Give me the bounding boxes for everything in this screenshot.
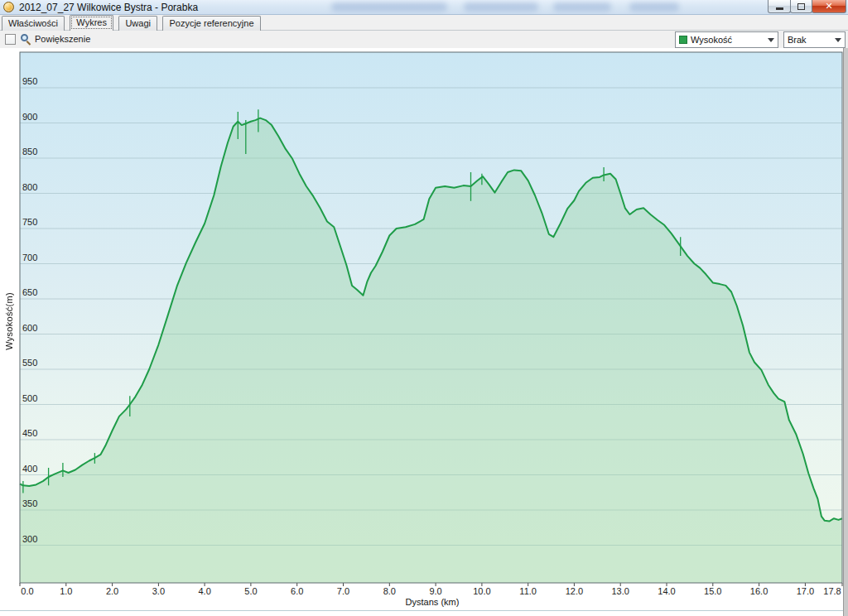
series-swatch — [679, 36, 687, 44]
y-axis-title: Wysokość(m) — [4, 292, 14, 350]
window-titlebar: 2012_07_27 Wilkowice Bystra - Porabka ✕ — [0, 0, 848, 15]
y-tick-label: 300 — [22, 534, 37, 544]
tab-uwagi[interactable]: Uwagi — [118, 16, 157, 31]
y-tick-label: 750 — [22, 217, 37, 227]
window-title: 2012_07_27 Wilkowice Bystra - Porabka — [19, 2, 198, 13]
minimize-button[interactable] — [768, 0, 791, 13]
close-icon: ✕ — [825, 2, 832, 11]
x-tick-label: 11.0 — [514, 586, 542, 596]
restore-button[interactable] — [790, 0, 812, 13]
x-tick-label: 9.0 — [422, 586, 450, 596]
secondary-combobox-value: Brak — [788, 35, 807, 45]
x-axis-title: Dystans (km) — [383, 597, 482, 607]
x-tick-label: 15.0 — [699, 586, 727, 596]
series-combobox[interactable]: Wysokość — [675, 31, 778, 48]
x-tick-label: 16.0 — [745, 586, 773, 596]
x-tick-label: 17.0 — [791, 586, 819, 596]
y-tick-label: 850 — [22, 147, 37, 156]
x-tick-label: 10.0 — [468, 586, 496, 596]
x-tick-label: 1.0 — [52, 586, 80, 596]
y-tick-label: 800 — [22, 182, 37, 192]
series-combobox-value: Wysokość — [691, 35, 732, 45]
restore-icon — [797, 3, 805, 10]
zoom-checkbox[interactable] — [5, 34, 16, 45]
chevron-down-icon — [835, 38, 841, 42]
x-tick-label: 0.0 — [13, 586, 41, 596]
y-tick-label: 350 — [22, 498, 37, 508]
x-tick-label: 4.0 — [190, 586, 219, 596]
y-tick-label: 650 — [22, 287, 37, 297]
tab-wykres[interactable]: Wykres — [70, 15, 113, 31]
x-tick-label: 3.0 — [144, 586, 172, 596]
y-tick-label: 500 — [22, 393, 37, 403]
x-tick-label: 2.0 — [99, 586, 127, 596]
x-tick-label: 17.8 — [818, 586, 846, 596]
chevron-down-icon — [768, 38, 774, 42]
minimize-icon — [776, 7, 783, 10]
y-tick-label: 400 — [22, 464, 37, 474]
x-tick-label: 8.0 — [375, 586, 403, 596]
secondary-combobox[interactable]: Brak — [783, 31, 846, 48]
chart-toolbar: Powiększenie Wysokość Brak — [0, 31, 848, 48]
close-button[interactable]: ✕ — [812, 0, 846, 13]
y-tick-label: 950 — [22, 76, 37, 86]
elevation-chart-panel: Wysokość(m) Dystans (km) 300350400450500… — [0, 48, 848, 616]
magnifier-icon — [20, 33, 32, 46]
window-right-border — [843, 48, 848, 616]
panel-bottom-divider — [0, 610, 843, 611]
x-tick-label: 6.0 — [283, 586, 311, 596]
zoom-checkbox-label: Powiększenie — [35, 34, 90, 44]
redacted-text-smudge — [553, 2, 611, 12]
y-tick-label: 700 — [22, 253, 37, 262]
redacted-text-smudge — [464, 2, 538, 12]
y-tick-label: 600 — [22, 323, 37, 333]
tab-bar: Właściwości Wykres Uwagi Pozycje referen… — [0, 15, 848, 31]
x-tick-label: 13.0 — [606, 586, 634, 596]
x-tick-label: 14.0 — [653, 586, 681, 596]
x-tick-label: 12.0 — [560, 586, 588, 596]
x-tick-label: 7.0 — [330, 586, 358, 596]
x-tick-label: 5.0 — [237, 586, 265, 596]
app-icon — [3, 2, 14, 12]
tab-pozycje-referencyjne[interactable]: Pozycje referencyjne — [162, 16, 260, 31]
y-tick-label: 450 — [22, 428, 37, 438]
y-tick-label: 550 — [22, 358, 37, 368]
redacted-text-smudge — [331, 2, 447, 12]
tab-wlasciwosci[interactable]: Właściwości — [2, 16, 65, 31]
y-tick-label: 900 — [22, 112, 37, 122]
redacted-text-smudge — [629, 2, 679, 12]
